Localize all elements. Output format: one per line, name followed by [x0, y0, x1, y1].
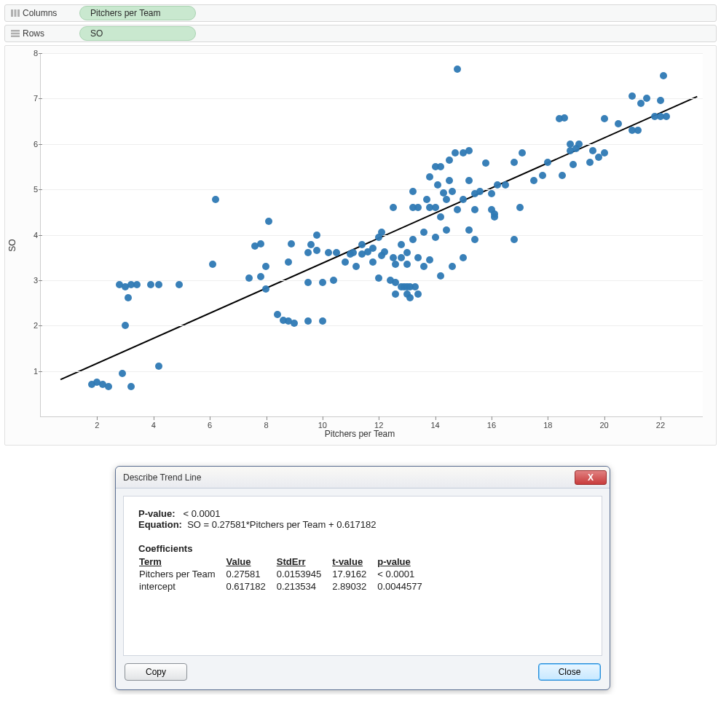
columns-pill[interactable]: Pitchers per Team: [79, 6, 196, 20]
data-point[interactable]: [288, 240, 295, 248]
data-point[interactable]: [516, 204, 524, 211]
data-point[interactable]: [494, 181, 501, 189]
data-point[interactable]: [403, 249, 411, 256]
data-point[interactable]: [615, 120, 622, 127]
data-point[interactable]: [476, 188, 484, 195]
data-point[interactable]: [482, 159, 489, 167]
dialog-titlebar[interactable]: Describe Trend Line X: [116, 467, 610, 488]
data-point[interactable]: [452, 149, 459, 157]
data-point[interactable]: [601, 149, 608, 157]
data-point[interactable]: [398, 241, 405, 248]
data-point[interactable]: [420, 263, 428, 270]
scatter-plot[interactable]: 12345678246810121416182022: [40, 53, 703, 417]
data-point[interactable]: [262, 285, 269, 293]
data-point[interactable]: [660, 72, 667, 79]
data-point[interactable]: [465, 147, 473, 154]
data-point[interactable]: [392, 261, 399, 268]
data-point[interactable]: [601, 115, 608, 122]
data-point[interactable]: [539, 172, 546, 179]
data-point[interactable]: [663, 113, 670, 120]
data-point[interactable]: [358, 241, 366, 248]
data-point[interactable]: [325, 249, 332, 256]
data-point[interactable]: [561, 114, 568, 122]
data-point[interactable]: [350, 249, 357, 256]
data-point[interactable]: [414, 290, 422, 298]
data-point[interactable]: [437, 213, 444, 221]
data-point[interactable]: [155, 363, 162, 370]
data-point[interactable]: [262, 263, 269, 270]
data-point[interactable]: [381, 248, 388, 256]
data-point[interactable]: [449, 188, 456, 195]
data-point[interactable]: [502, 181, 509, 189]
data-point[interactable]: [449, 263, 456, 270]
data-point[interactable]: [313, 247, 320, 254]
data-point[interactable]: [122, 322, 129, 329]
data-point[interactable]: [432, 234, 439, 241]
data-point[interactable]: [437, 163, 444, 170]
data-point[interactable]: [657, 97, 664, 104]
data-point[interactable]: [285, 258, 292, 266]
data-point[interactable]: [378, 229, 385, 236]
data-point[interactable]: [313, 232, 320, 239]
data-point[interactable]: [446, 177, 453, 184]
data-point[interactable]: [257, 240, 264, 248]
data-point[interactable]: [342, 258, 349, 266]
data-point[interactable]: [291, 320, 298, 327]
data-point[interactable]: [454, 66, 461, 73]
data-point[interactable]: [465, 177, 473, 184]
data-point[interactable]: [460, 196, 467, 203]
close-icon[interactable]: X: [575, 470, 607, 485]
data-point[interactable]: [519, 149, 526, 157]
data-point[interactable]: [544, 159, 551, 166]
data-point[interactable]: [575, 141, 583, 148]
data-point[interactable]: [530, 177, 537, 184]
data-point[interactable]: [443, 226, 450, 234]
data-point[interactable]: [125, 294, 132, 301]
data-point[interactable]: [212, 196, 219, 203]
copy-button[interactable]: Copy: [125, 663, 187, 681]
data-point[interactable]: [147, 281, 154, 288]
data-point[interactable]: [409, 236, 417, 243]
data-point[interactable]: [471, 236, 478, 243]
data-point[interactable]: [369, 258, 377, 266]
data-point[interactable]: [319, 317, 326, 325]
data-point[interactable]: [426, 173, 433, 181]
data-point[interactable]: [443, 196, 450, 203]
data-point[interactable]: [245, 274, 253, 282]
data-point[interactable]: [426, 256, 433, 264]
data-point[interactable]: [434, 181, 441, 189]
data-point[interactable]: [465, 226, 473, 234]
data-point[interactable]: [414, 254, 422, 261]
data-point[interactable]: [333, 249, 340, 256]
data-point[interactable]: [352, 263, 360, 270]
columns-shelf[interactable]: Columns Pitchers per Team: [4, 4, 717, 22]
data-point[interactable]: [176, 281, 183, 288]
data-point[interactable]: [423, 196, 430, 203]
data-point[interactable]: [119, 370, 126, 377]
data-point[interactable]: [209, 261, 216, 268]
data-point[interactable]: [437, 272, 444, 280]
data-point[interactable]: [133, 281, 141, 288]
rows-shelf[interactable]: Rows SO: [4, 25, 717, 42]
data-point[interactable]: [454, 206, 461, 213]
data-point[interactable]: [589, 147, 596, 154]
data-point[interactable]: [304, 317, 312, 325]
data-point[interactable]: [511, 159, 518, 166]
data-point[interactable]: [643, 95, 650, 102]
data-point[interactable]: [446, 157, 453, 164]
data-point[interactable]: [420, 229, 428, 236]
data-point[interactable]: [409, 188, 417, 195]
data-point[interactable]: [634, 127, 642, 134]
data-point[interactable]: [406, 294, 414, 301]
data-point[interactable]: [403, 261, 411, 268]
data-point[interactable]: [390, 204, 397, 211]
data-point[interactable]: [460, 254, 467, 261]
data-point[interactable]: [491, 213, 498, 221]
data-point[interactable]: [105, 383, 112, 390]
data-point[interactable]: [304, 249, 312, 256]
close-button[interactable]: Close: [538, 663, 601, 681]
data-point[interactable]: [570, 161, 577, 168]
data-point[interactable]: [392, 290, 399, 298]
data-point[interactable]: [629, 92, 636, 100]
data-point[interactable]: [127, 383, 135, 390]
